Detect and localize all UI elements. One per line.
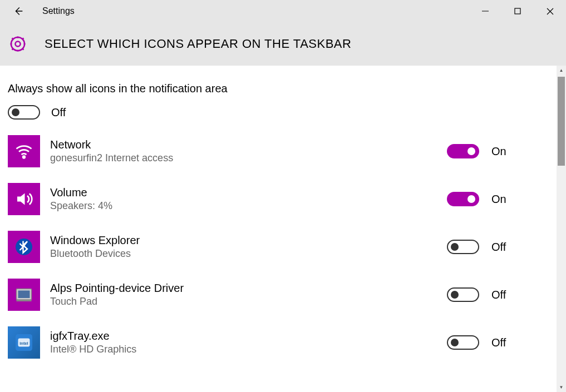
minimize-button[interactable] (469, 0, 501, 22)
maximize-button[interactable] (501, 0, 534, 22)
master-toggle-state: Off (51, 106, 66, 119)
vertical-scrollbar[interactable]: ▲ ▼ (557, 66, 566, 392)
page-title: SELECT WHICH ICONS APPEAR ON THE TASKBAR (45, 37, 351, 51)
icon-list: Networkgonesurfin2 Internet accessOnVolu… (8, 135, 558, 359)
icon-texts: Alps Pointing-device DriverTouch Pad (50, 281, 447, 308)
back-button[interactable] (10, 3, 27, 19)
touchpad-icon (8, 279, 40, 311)
item-toggle[interactable] (447, 335, 479, 350)
icon-row: Windows ExplorerBluetooth DevicesOff (8, 231, 558, 263)
icon-texts: Windows ExplorerBluetooth Devices (50, 233, 447, 260)
icon-texts: igfxTray.exeIntel® HD Graphics (50, 329, 447, 356)
content-area: Always show all icons in the notificatio… (0, 66, 566, 392)
row-toggle-wrap: Off (447, 287, 558, 302)
icon-title: Alps Pointing-device Driver (50, 281, 447, 295)
svg-rect-7 (17, 300, 32, 301)
item-toggle-state: On (491, 145, 506, 158)
icon-subtitle: Speakers: 4% (50, 200, 447, 212)
scroll-down-arrow[interactable]: ▼ (557, 383, 566, 392)
row-toggle-wrap: On (447, 144, 558, 158)
item-toggle[interactable] (447, 144, 479, 158)
svg-point-2 (15, 41, 20, 46)
svg-rect-1 (515, 8, 520, 14)
master-toggle[interactable] (8, 105, 40, 120)
window-controls (469, 0, 566, 22)
icon-subtitle: Touch Pad (50, 295, 447, 308)
wifi-icon (8, 135, 40, 167)
icon-subtitle: Intel® HD Graphics (50, 343, 447, 356)
row-toggle-wrap: Off (447, 335, 558, 350)
icon-row: Alps Pointing-device DriverTouch PadOff (8, 279, 558, 311)
icon-texts: VolumeSpeakers: 4% (50, 185, 447, 212)
icon-subtitle: gonesurfin2 Internet access (50, 152, 447, 165)
titlebar: Settings (0, 0, 566, 22)
item-toggle-state: Off (491, 336, 506, 349)
close-button[interactable] (534, 0, 566, 22)
icon-row: VolumeSpeakers: 4%On (8, 183, 558, 215)
item-toggle[interactable] (447, 287, 479, 302)
master-toggle-row: Off (8, 105, 558, 120)
master-toggle-label: Always show all icons in the notificatio… (8, 82, 558, 95)
svg-point-3 (11, 37, 24, 51)
item-toggle-state: Off (491, 241, 506, 254)
icon-texts: Networkgonesurfin2 Internet access (50, 137, 447, 165)
scroll-thumb[interactable] (558, 77, 565, 166)
item-toggle-state: On (491, 193, 506, 206)
icon-row: inteligfxTray.exeIntel® HD GraphicsOff (8, 326, 558, 359)
volume-icon (8, 183, 40, 215)
icon-subtitle: Bluetooth Devices (50, 247, 447, 260)
header-bar: SELECT WHICH ICONS APPEAR ON THE TASKBAR (0, 22, 566, 66)
bluetooth-icon (8, 231, 40, 263)
icon-row: Networkgonesurfin2 Internet accessOn (8, 135, 558, 167)
row-toggle-wrap: On (447, 192, 558, 206)
item-toggle-state: Off (491, 289, 506, 301)
icon-title: Windows Explorer (50, 233, 447, 247)
item-toggle[interactable] (447, 240, 479, 254)
gear-icon (8, 34, 28, 54)
scroll-up-arrow[interactable]: ▲ (557, 66, 566, 75)
icon-title: Volume (50, 185, 447, 200)
window-title: Settings (42, 6, 75, 16)
svg-rect-8 (18, 291, 30, 299)
icon-title: igfxTray.exe (50, 329, 447, 343)
row-toggle-wrap: Off (447, 240, 558, 254)
item-toggle[interactable] (447, 192, 479, 206)
svg-point-4 (23, 156, 25, 158)
svg-text:intel: intel (19, 341, 28, 346)
icon-title: Network (50, 137, 447, 152)
intel-icon: intel (8, 326, 40, 359)
